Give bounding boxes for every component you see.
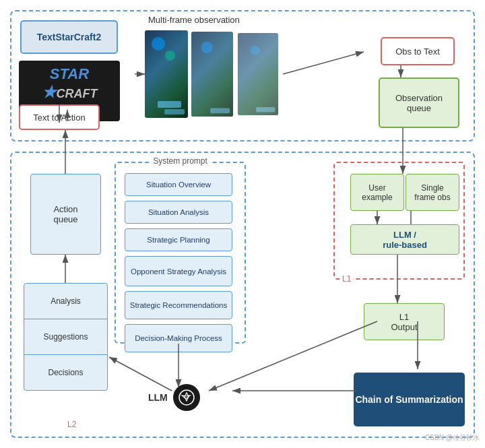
analysis-box: Analysis Suggestions Decisions: [24, 283, 108, 391]
llm-rule-label: LLM /rule-based: [383, 230, 427, 250]
decisions-item: Decisions: [24, 355, 107, 390]
chain-of-summarization-box: Chain of Summarization: [354, 373, 465, 426]
multiframe-label: Multi-frame observation: [148, 15, 240, 25]
game-frames: [145, 30, 280, 118]
chain-label: Chain of Summarization: [355, 394, 463, 405]
openai-icon: [173, 384, 200, 411]
watermark: CSDN @佳谷秋水: [425, 433, 480, 443]
situation-overview: Situation Overview: [125, 173, 232, 196]
single-frame-box: Singleframe obs: [406, 174, 459, 211]
game-frame-1: [145, 30, 188, 118]
action-queue-label: Actionqueue: [53, 204, 77, 224]
situation-analysis: Situation Analysis: [125, 201, 232, 224]
game-frame-3: [238, 33, 278, 115]
llm-bottom: LLM: [148, 384, 200, 411]
decision-making: Decision-Making Process: [125, 324, 232, 352]
l1-label: L1: [340, 274, 353, 284]
l1-output-box: L1Output: [364, 303, 445, 340]
action-queue-box: Actionqueue: [30, 174, 101, 255]
text-to-action-box: Text to Action: [19, 104, 100, 130]
obs-queue-label: Observationqueue: [395, 93, 443, 113]
l1-output-label: L1Output: [391, 312, 417, 332]
suggestions-item: Suggestions: [24, 319, 107, 355]
textsc2-box: TextStarCraft2: [20, 20, 118, 54]
obs-queue-box: Observationqueue: [379, 77, 459, 128]
user-example-box: Userexample: [350, 174, 404, 211]
diagram-container: TextStarCraft2 STAR ★CRAFT II Multi-fram…: [0, 0, 485, 448]
strategic-planning: Strategic Planning: [125, 228, 232, 251]
game-frame-2: [191, 32, 233, 117]
analysis-item: Analysis: [24, 284, 107, 319]
llm-rule-box: LLM /rule-based: [350, 224, 459, 255]
strategic-recommendations: Strategic Recommendations: [125, 291, 232, 319]
single-frame-label: Singleframe obs: [414, 183, 450, 202]
textsc2-label: TextStarCraft2: [37, 32, 101, 42]
user-example-label: Userexample: [362, 183, 392, 202]
system-prompt-label: System prompt: [150, 156, 211, 166]
opponent-strategy: Opponent Strategy Analysis: [125, 256, 232, 286]
obs-to-text-box: Obs to Text: [381, 37, 455, 65]
llm-label: LLM: [148, 392, 168, 403]
l2-label: L2: [67, 420, 76, 429]
